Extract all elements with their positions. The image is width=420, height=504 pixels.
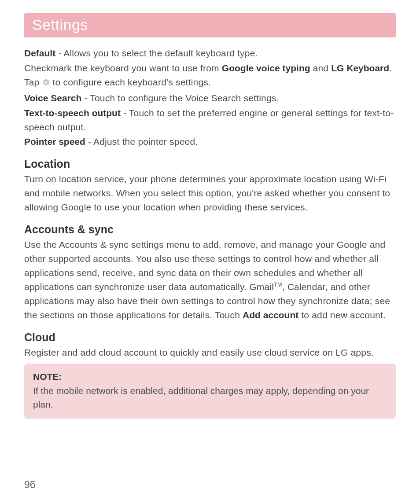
default-line: Default - Allows you to select the defau… bbox=[24, 46, 396, 60]
add-account: Add account bbox=[243, 310, 298, 320]
google-voice-typing: Google voice typing bbox=[222, 63, 310, 73]
tts-label: Text-to-speech output bbox=[24, 108, 121, 118]
note-body: If the mobile network is enabled, additi… bbox=[33, 386, 369, 410]
pointer-label: Pointer speed bbox=[24, 136, 85, 147]
accounts-body-tail: to add new account. bbox=[298, 310, 386, 320]
accounts-heading: Accounts & sync bbox=[24, 223, 396, 236]
cloud-heading: Cloud bbox=[24, 331, 396, 344]
configure-tail: to configure each keyboard's settings. bbox=[50, 77, 211, 87]
accounts-body: Use the Accounts & sync settings menu to… bbox=[24, 238, 396, 322]
default-label: Default bbox=[24, 48, 55, 58]
voice-search-line: Voice Search - Touch to configure the Vo… bbox=[24, 91, 396, 105]
tts-line: Text-to-speech output - Touch to set the… bbox=[24, 106, 396, 134]
lg-keyboard: LG Keyboard bbox=[331, 63, 389, 73]
pointer-desc: - Adjust the pointer speed. bbox=[85, 136, 198, 147]
and-text: and bbox=[310, 63, 332, 73]
location-heading: Location bbox=[24, 158, 396, 170]
tm-mark: TM bbox=[274, 282, 282, 288]
page-number: 96 bbox=[24, 479, 36, 490]
note-box: NOTE: If the mobile network is enabled, … bbox=[24, 364, 396, 419]
gear-icon bbox=[42, 76, 50, 90]
pointer-line: Pointer speed - Adjust the pointer speed… bbox=[24, 135, 396, 149]
voice-search-label: Voice Search bbox=[24, 93, 81, 103]
default-desc: - Allows you to select the default keybo… bbox=[55, 48, 258, 58]
page-footer: 96 bbox=[0, 476, 81, 491]
cloud-body: Register and add cloud account to quickl… bbox=[24, 346, 396, 360]
checkmark-pre: Checkmark the keyboard you want to use f… bbox=[24, 63, 222, 73]
location-body: Turn on location service, your phone det… bbox=[24, 172, 396, 214]
note-label: NOTE: bbox=[33, 370, 387, 384]
intro-block: Default - Allows you to select the defau… bbox=[24, 46, 396, 149]
manual-page: Settings Default - Allows you to select … bbox=[0, 0, 420, 504]
checkmark-line: Checkmark the keyboard you want to use f… bbox=[24, 61, 396, 90]
voice-search-desc: - Touch to configure the Voice Search se… bbox=[81, 93, 279, 103]
page-title-bar: Settings bbox=[24, 13, 396, 37]
page-title: Settings bbox=[32, 16, 88, 33]
